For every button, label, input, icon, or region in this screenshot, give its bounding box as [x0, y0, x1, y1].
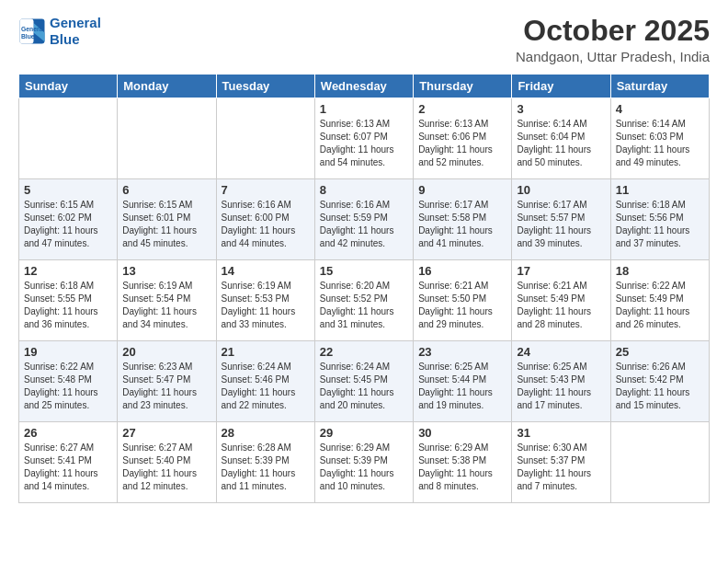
- svg-text:General: General: [21, 26, 44, 32]
- calendar-cell: 8Sunrise: 6:16 AM Sunset: 5:59 PM Daylig…: [314, 179, 413, 260]
- calendar-cell: 27Sunrise: 6:27 AM Sunset: 5:40 PM Dayli…: [118, 422, 216, 503]
- calendar-cell: 17Sunrise: 6:21 AM Sunset: 5:49 PM Dayli…: [512, 260, 610, 341]
- day-number: 31: [517, 426, 605, 440]
- calendar-cell: 31Sunrise: 6:30 AM Sunset: 5:37 PM Dayli…: [512, 422, 610, 503]
- day-number: 12: [24, 264, 112, 278]
- cell-info: Sunrise: 6:24 AM Sunset: 5:46 PM Dayligh…: [222, 361, 310, 412]
- calendar-week-3: 12Sunrise: 6:18 AM Sunset: 5:55 PM Dayli…: [19, 260, 710, 341]
- calendar-cell: 7Sunrise: 6:16 AM Sunset: 6:00 PM Daylig…: [216, 179, 314, 260]
- calendar-week-1: 1Sunrise: 6:13 AM Sunset: 6:07 PM Daylig…: [19, 98, 710, 179]
- cell-info: Sunrise: 6:15 AM Sunset: 6:01 PM Dayligh…: [122, 199, 210, 250]
- calendar-cell: [216, 98, 314, 179]
- day-number: 25: [616, 345, 704, 359]
- day-number: 8: [320, 183, 408, 197]
- col-wednesday: Wednesday: [314, 75, 413, 98]
- day-number: 30: [418, 426, 506, 440]
- day-number: 21: [222, 345, 310, 359]
- cell-info: Sunrise: 6:29 AM Sunset: 5:39 PM Dayligh…: [320, 442, 408, 493]
- logo: General Blue General Blue: [18, 15, 101, 48]
- cell-info: Sunrise: 6:21 AM Sunset: 5:50 PM Dayligh…: [418, 280, 506, 331]
- calendar-cell: 4Sunrise: 6:14 AM Sunset: 6:03 PM Daylig…: [610, 98, 709, 179]
- day-number: 27: [122, 426, 210, 440]
- cell-info: Sunrise: 6:22 AM Sunset: 5:48 PM Dayligh…: [24, 361, 112, 412]
- calendar-cell: [610, 422, 709, 503]
- header: General Blue General Blue October 2025 N…: [18, 15, 710, 64]
- calendar-cell: 11Sunrise: 6:18 AM Sunset: 5:56 PM Dayli…: [610, 179, 709, 260]
- calendar-week-4: 19Sunrise: 6:22 AM Sunset: 5:48 PM Dayli…: [19, 341, 710, 422]
- logo-line2: Blue: [50, 31, 80, 47]
- cell-info: Sunrise: 6:25 AM Sunset: 5:44 PM Dayligh…: [418, 361, 506, 412]
- calendar-week-5: 26Sunrise: 6:27 AM Sunset: 5:41 PM Dayli…: [19, 422, 710, 503]
- day-number: 14: [222, 264, 310, 278]
- day-number: 15: [320, 264, 408, 278]
- cell-info: Sunrise: 6:15 AM Sunset: 6:02 PM Dayligh…: [24, 199, 112, 250]
- calendar-cell: 18Sunrise: 6:22 AM Sunset: 5:49 PM Dayli…: [610, 260, 709, 341]
- calendar-cell: 14Sunrise: 6:19 AM Sunset: 5:53 PM Dayli…: [216, 260, 314, 341]
- logo-text: General Blue: [50, 15, 101, 48]
- cell-info: Sunrise: 6:28 AM Sunset: 5:39 PM Dayligh…: [222, 442, 310, 493]
- day-number: 9: [418, 183, 506, 197]
- col-tuesday: Tuesday: [216, 75, 314, 98]
- day-number: 4: [616, 102, 704, 116]
- day-number: 16: [418, 264, 506, 278]
- calendar-cell: 9Sunrise: 6:17 AM Sunset: 5:58 PM Daylig…: [414, 179, 512, 260]
- day-number: 22: [320, 345, 408, 359]
- cell-info: Sunrise: 6:23 AM Sunset: 5:47 PM Dayligh…: [122, 361, 210, 412]
- col-thursday: Thursday: [414, 75, 512, 98]
- calendar-cell: 30Sunrise: 6:29 AM Sunset: 5:38 PM Dayli…: [414, 422, 512, 503]
- cell-info: Sunrise: 6:18 AM Sunset: 5:55 PM Dayligh…: [24, 280, 112, 331]
- calendar-cell: 1Sunrise: 6:13 AM Sunset: 6:07 PM Daylig…: [314, 98, 413, 179]
- title-block: October 2025 Nandgaon, Uttar Pradesh, In…: [516, 15, 710, 64]
- calendar-cell: [118, 98, 216, 179]
- month-title: October 2025: [516, 15, 710, 47]
- cell-info: Sunrise: 6:27 AM Sunset: 5:40 PM Dayligh…: [122, 442, 210, 493]
- calendar-cell: 5Sunrise: 6:15 AM Sunset: 6:02 PM Daylig…: [19, 179, 118, 260]
- cell-info: Sunrise: 6:20 AM Sunset: 5:52 PM Dayligh…: [320, 280, 408, 331]
- day-number: 17: [517, 264, 605, 278]
- calendar-cell: 22Sunrise: 6:24 AM Sunset: 5:45 PM Dayli…: [314, 341, 413, 422]
- calendar-cell: 24Sunrise: 6:25 AM Sunset: 5:43 PM Dayli…: [512, 341, 610, 422]
- logo-line1: General: [50, 15, 101, 30]
- calendar-cell: 26Sunrise: 6:27 AM Sunset: 5:41 PM Dayli…: [19, 422, 118, 503]
- day-number: 2: [418, 102, 506, 116]
- day-number: 26: [24, 426, 112, 440]
- col-saturday: Saturday: [610, 75, 709, 98]
- calendar-cell: 16Sunrise: 6:21 AM Sunset: 5:50 PM Dayli…: [414, 260, 512, 341]
- day-number: 6: [122, 183, 210, 197]
- cell-info: Sunrise: 6:27 AM Sunset: 5:41 PM Dayligh…: [24, 442, 112, 493]
- day-number: 10: [517, 183, 605, 197]
- day-number: 3: [517, 102, 605, 116]
- cell-info: Sunrise: 6:13 AM Sunset: 6:06 PM Dayligh…: [418, 118, 506, 169]
- calendar-cell: 25Sunrise: 6:26 AM Sunset: 5:42 PM Dayli…: [610, 341, 709, 422]
- col-monday: Monday: [118, 75, 216, 98]
- col-friday: Friday: [512, 75, 610, 98]
- cell-info: Sunrise: 6:22 AM Sunset: 5:49 PM Dayligh…: [616, 280, 704, 331]
- day-number: 29: [320, 426, 408, 440]
- calendar-cell: 10Sunrise: 6:17 AM Sunset: 5:57 PM Dayli…: [512, 179, 610, 260]
- cell-info: Sunrise: 6:17 AM Sunset: 5:57 PM Dayligh…: [517, 199, 605, 250]
- logo-icon: General Blue: [18, 17, 46, 45]
- day-number: 5: [24, 183, 112, 197]
- cell-info: Sunrise: 6:19 AM Sunset: 5:54 PM Dayligh…: [122, 280, 210, 331]
- day-number: 19: [24, 345, 112, 359]
- cell-info: Sunrise: 6:16 AM Sunset: 5:59 PM Dayligh…: [320, 199, 408, 250]
- cell-info: Sunrise: 6:25 AM Sunset: 5:43 PM Dayligh…: [517, 361, 605, 412]
- cell-info: Sunrise: 6:30 AM Sunset: 5:37 PM Dayligh…: [517, 442, 605, 493]
- calendar-week-2: 5Sunrise: 6:15 AM Sunset: 6:02 PM Daylig…: [19, 179, 710, 260]
- day-number: 20: [122, 345, 210, 359]
- calendar-table: Sunday Monday Tuesday Wednesday Thursday…: [18, 74, 710, 503]
- calendar-cell: 29Sunrise: 6:29 AM Sunset: 5:39 PM Dayli…: [314, 422, 413, 503]
- calendar-cell: 21Sunrise: 6:24 AM Sunset: 5:46 PM Dayli…: [216, 341, 314, 422]
- cell-info: Sunrise: 6:21 AM Sunset: 5:49 PM Dayligh…: [517, 280, 605, 331]
- cell-info: Sunrise: 6:19 AM Sunset: 5:53 PM Dayligh…: [222, 280, 310, 331]
- cell-info: Sunrise: 6:16 AM Sunset: 6:00 PM Dayligh…: [222, 199, 310, 250]
- day-number: 11: [616, 183, 704, 197]
- calendar-cell: 28Sunrise: 6:28 AM Sunset: 5:39 PM Dayli…: [216, 422, 314, 503]
- calendar-cell: [19, 98, 118, 179]
- cell-info: Sunrise: 6:14 AM Sunset: 6:03 PM Dayligh…: [616, 118, 704, 169]
- svg-text:Blue: Blue: [21, 33, 35, 40]
- day-number: 23: [418, 345, 506, 359]
- calendar-cell: 19Sunrise: 6:22 AM Sunset: 5:48 PM Dayli…: [19, 341, 118, 422]
- day-number: 13: [122, 264, 210, 278]
- calendar-cell: 13Sunrise: 6:19 AM Sunset: 5:54 PM Dayli…: [118, 260, 216, 341]
